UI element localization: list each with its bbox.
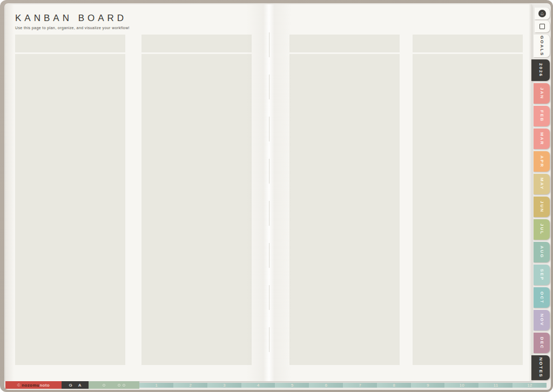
month-number-6[interactable]: 6	[309, 383, 343, 388]
page-header: KANBAN BOARD Use this page to plan, orga…	[15, 13, 130, 30]
tab-2026[interactable]: 2026	[531, 59, 550, 81]
month-number-9[interactable]: 9	[411, 383, 445, 388]
kanban-column-3-header	[289, 35, 400, 52]
dot-group-2[interactable]	[118, 384, 125, 387]
tab-oct[interactable]: OCT	[534, 287, 550, 308]
tab-label: JAN	[539, 87, 544, 99]
planner-frame: KANBAN BOARD Use this page to plan, orga…	[0, 0, 553, 392]
bottom-nav-bar: © nozomunoto GA 123456789101112	[5, 381, 547, 389]
month-number-11[interactable]: 11	[478, 383, 512, 388]
dot-icon	[123, 384, 125, 387]
tab-label: AUG	[539, 246, 544, 259]
home-icon: ⌂	[538, 10, 546, 17]
book-spine	[246, 4, 292, 381]
dot-icon	[103, 384, 105, 387]
page-view-tab[interactable]	[535, 21, 550, 32]
month-number-4[interactable]: 4	[241, 383, 275, 388]
page-left-edge	[5, 4, 14, 381]
tab-mar[interactable]: MAR	[534, 129, 550, 149]
kanban-column-1	[15, 35, 125, 365]
kanban-column-3	[289, 35, 400, 365]
tab-may[interactable]: MAY	[534, 174, 550, 194]
nav-letter-a[interactable]: A	[78, 383, 82, 388]
month-number-5[interactable]: 5	[275, 383, 309, 388]
kanban-column-4-header	[413, 35, 523, 52]
tab-label: JUN	[539, 201, 544, 213]
brand-name-light: noto	[39, 383, 50, 388]
kanban-column-1-header	[15, 35, 125, 52]
tab-jan[interactable]: JAN	[534, 83, 550, 104]
kanban-column-2-body	[141, 54, 252, 365]
tab-rail: ⌂ GOALS2026JANFEBMARAPRMAYJUNJULAUGSEPOC…	[530, 8, 550, 382]
kanban-column-2-header	[141, 35, 252, 52]
page-icon	[539, 24, 545, 29]
tab-label: JUL	[539, 224, 544, 235]
month-number-10[interactable]: 10	[444, 383, 478, 388]
tab-label: FEB	[539, 110, 544, 122]
tab-notes[interactable]: NOTES	[531, 355, 550, 380]
dot-icon	[118, 384, 120, 387]
tab-label: MAY	[539, 178, 544, 190]
month-number-3[interactable]: 3	[207, 383, 241, 388]
dot-group-1[interactable]	[103, 384, 105, 387]
kanban-column-3-body	[289, 54, 400, 365]
tab-dec[interactable]: DEC	[534, 333, 550, 353]
tab-label: 2026	[538, 63, 543, 77]
tab-goals[interactable]: GOALS	[534, 35, 550, 57]
tab-jul[interactable]: JUL	[534, 219, 550, 240]
page-title: KANBAN BOARD	[15, 13, 130, 24]
tab-feb[interactable]: FEB	[534, 106, 550, 126]
tab-label: OCT	[539, 292, 544, 304]
tab-label: MAR	[539, 132, 544, 145]
brand-segment: © nozomunoto	[5, 381, 62, 389]
tab-label: NOV	[539, 314, 544, 326]
tab-label: DEC	[539, 337, 544, 349]
tab-jun[interactable]: JUN	[534, 197, 550, 217]
planner-app: KANBAN BOARD Use this page to plan, orga…	[4, 3, 551, 390]
kanban-column-2	[141, 35, 252, 365]
quick-nav-dots	[89, 381, 139, 389]
month-number-2[interactable]: 2	[173, 383, 207, 388]
tab-aug[interactable]: AUG	[534, 242, 550, 262]
tab-nov[interactable]: NOV	[534, 310, 550, 330]
tab-sep[interactable]: SEP	[534, 265, 550, 285]
page-subtitle: Use this page to plan, organize, and vis…	[15, 26, 130, 30]
tab-apr[interactable]: APR	[534, 151, 550, 172]
month-number-7[interactable]: 7	[343, 383, 377, 388]
tab-label: APR	[539, 156, 544, 168]
home-tab[interactable]: ⌂	[535, 8, 550, 19]
tab-label: NOTES	[538, 357, 543, 378]
month-number-12[interactable]: 12	[512, 383, 547, 388]
nav-letter-g[interactable]: G	[69, 383, 72, 388]
tab-label: GOALS	[539, 36, 544, 56]
quick-nav-letters: GA	[62, 381, 89, 389]
kanban-column-4	[413, 35, 523, 365]
month-number-1[interactable]: 1	[139, 383, 173, 388]
kanban-column-1-body	[15, 54, 125, 365]
month-number-nav: 123456789101112	[139, 381, 547, 389]
kanban-column-4-body	[413, 54, 523, 365]
tab-label: SEP	[539, 269, 544, 281]
month-number-8[interactable]: 8	[377, 383, 411, 388]
brand-name-bold: nozomu	[22, 383, 39, 388]
page-spread: KANBAN BOARD Use this page to plan, orga…	[5, 4, 532, 381]
brand-copyright: ©	[17, 383, 21, 388]
